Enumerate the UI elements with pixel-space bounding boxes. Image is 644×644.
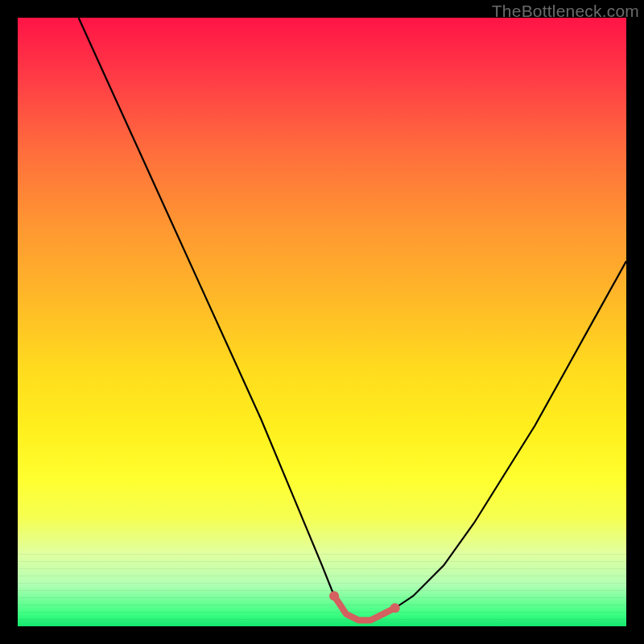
highlight-end-dot [329,591,339,601]
plot-area [18,18,626,626]
watermark-text: TheBottleneck.com [492,2,639,21]
highlight-segment [334,596,395,620]
main-curve [79,18,626,620]
curve-layer [18,18,626,626]
highlight-end-dot [390,603,400,613]
chart-frame: TheBottleneck.com [0,0,644,644]
